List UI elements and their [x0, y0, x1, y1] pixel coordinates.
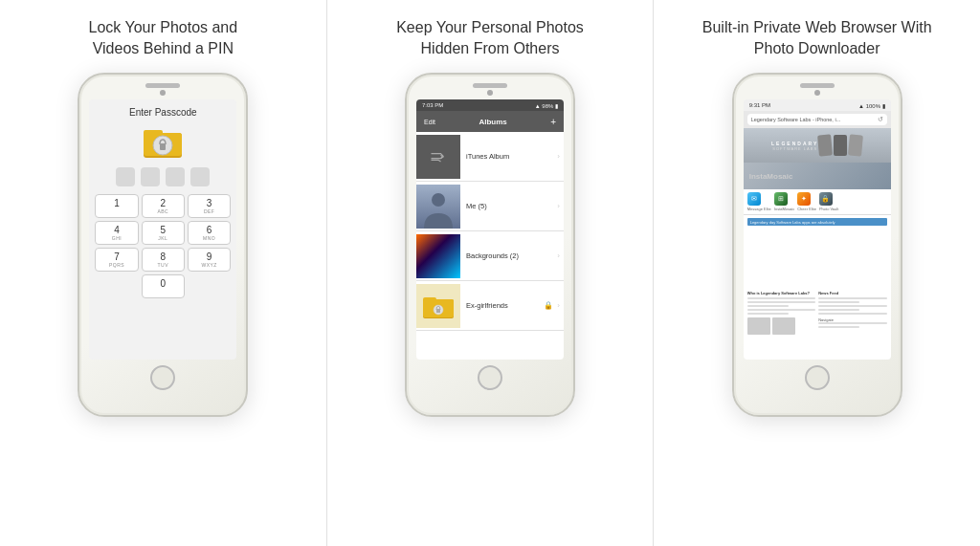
legendary-logo: LEGENDARY SOFTWARE LABS: [771, 141, 818, 151]
key-7[interactable]: 7PQRS: [95, 248, 138, 272]
album-thumb-ex: [416, 284, 460, 328]
album-thumb-shuffle: [416, 135, 460, 179]
dot-1: [116, 167, 135, 186]
phone-shell-1: Enter Passcode: [78, 73, 248, 417]
app-icon-cheer[interactable]: ✦ Cheer Elite: [797, 192, 816, 211]
news-line-3: [818, 305, 887, 307]
album-name-backgrounds: Backgrounds (2): [460, 251, 557, 260]
album-item-ex[interactable]: Ex-girlfriends 🔒 ›: [416, 281, 564, 331]
who-heading: Who is Legendary Software Labs?: [747, 291, 816, 295]
album-item-backgrounds[interactable]: Backgrounds (2) ›: [416, 231, 564, 281]
news-line-4: [818, 309, 859, 311]
nav-add-button[interactable]: +: [550, 117, 556, 127]
passcode-title: Enter Passcode: [129, 107, 197, 118]
album-item-itunes[interactable]: iTunes Album ›: [416, 132, 564, 182]
browser-heading-text: Legendary day Software Labs apps are abs…: [750, 220, 835, 225]
key-1[interactable]: 1: [95, 194, 138, 218]
album-name-me: Me (5): [460, 202, 557, 210]
browser-status-battery: ▲ 100% ▮: [858, 102, 885, 109]
nav-line-1: [818, 322, 887, 324]
panel3-title: Built-in Private Web Browser With Photo …: [702, 17, 932, 59]
keypad: 1 2ABC 3DEF 4GHI 5JKL 6MNO 7PQRS 8TUV 9W…: [95, 194, 231, 298]
nav-edit-button[interactable]: Edit: [424, 119, 435, 125]
nav-title: Albums: [479, 118, 506, 126]
passcode-screen: Enter Passcode: [89, 99, 236, 360]
legendary-title: LEGENDARY: [771, 141, 818, 146]
text-line-1: [747, 297, 816, 299]
phone-screen-2: 7:03 PM ▲ 98% ▮ Edit Albums +: [416, 99, 564, 360]
panel2-title: Keep Your Personal Photos Hidden From Ot…: [396, 17, 584, 59]
phone-camera-1: [160, 90, 166, 96]
phone-camera-3: [814, 90, 820, 96]
album-name-itunes: iTunes Album: [460, 152, 557, 161]
chevron-icon-me: ›: [557, 202, 564, 210]
browser-url-text: Legendary Software Labs - iPhone, i...: [751, 117, 876, 122]
browser-reload-button[interactable]: ↺: [878, 116, 883, 123]
key-3[interactable]: 3DEF: [188, 194, 231, 218]
album-thumb-me: [416, 185, 460, 229]
phone-speaker-3: [800, 83, 835, 88]
phone-images: [818, 135, 862, 156]
phone-camera-2: [487, 90, 493, 96]
text-line-3: [747, 305, 789, 307]
key-5[interactable]: 5JKL: [142, 221, 185, 245]
app-icons-row: ✉ Message Elite ⊞ InstaMosaic: [744, 189, 891, 215]
news-line-5: [818, 313, 887, 315]
text-line-5: [747, 313, 789, 315]
phone-shell-2: 7:03 PM ▲ 98% ▮ Edit Albums +: [405, 73, 575, 417]
album-thumb-backgrounds: [416, 234, 460, 278]
news-line-2: [818, 301, 859, 303]
browser-text-cols: Who is Legendary Software Labs?: [744, 291, 891, 360]
browser-col-right: News Feed Navigate: [818, 291, 887, 360]
key-9[interactable]: 9WXYZ: [188, 248, 231, 272]
phone-home-button-3[interactable]: [805, 365, 830, 390]
browser-content-area: LEGENDARY SOFTWARE LABS: [744, 128, 891, 360]
browser-url-bar[interactable]: Legendary Software Labs - iPhone, i... ↺: [747, 114, 887, 125]
app-icon-photovault[interactable]: 🔒 Photo Vault: [819, 192, 838, 211]
albums-screen: 7:03 PM ▲ 98% ▮ Edit Albums +: [416, 99, 564, 360]
ios-nav-bar: Edit Albums +: [416, 111, 564, 132]
legendary-header: LEGENDARY SOFTWARE LABS: [744, 128, 891, 163]
chevron-icon-itunes: ›: [557, 152, 564, 161]
app-icon-messages[interactable]: ✉ Message Elite: [747, 192, 771, 211]
key-8[interactable]: 8TUV: [142, 248, 185, 272]
phone-screen-1: Enter Passcode: [89, 99, 236, 360]
mini-phone-2: [834, 135, 847, 156]
status-battery-2: ▲ 98% ▮: [535, 102, 558, 109]
phone-speaker-1: [145, 83, 180, 88]
svg-point-7: [432, 193, 445, 207]
phone-home-button-1[interactable]: [150, 365, 175, 390]
browser-status-bar: 9:31 PM ▲ 100% ▮: [744, 99, 891, 111]
browser-thumb-1: [747, 317, 770, 335]
app-icon-instamosaic[interactable]: ⊞ InstaMosaic: [774, 192, 794, 211]
news-feed-heading: News Feed: [818, 291, 887, 295]
dot-3: [166, 167, 185, 186]
lock-folder-icon: [142, 123, 184, 160]
svg-rect-4: [160, 143, 166, 150]
browser-thumb-2: [772, 317, 795, 335]
status-time-2: 7:03 PM: [422, 102, 443, 108]
news-line-1: [818, 297, 887, 299]
key-6[interactable]: 6MNO: [188, 221, 231, 245]
instamosaic-banner: InstaMosaic: [744, 163, 891, 189]
svg-rect-12: [436, 309, 440, 313]
album-item-me[interactable]: Me (5) ›: [416, 182, 564, 231]
passcode-dots: [116, 167, 210, 186]
app-label-messages: Message Elite: [747, 207, 771, 211]
lock-icon: 🔒: [544, 301, 557, 310]
key-2[interactable]: 2ABC: [142, 194, 185, 218]
app-label-photovault: Photo Vault: [819, 207, 838, 211]
phone-speaker-2: [473, 83, 507, 88]
key-empty-right: [188, 274, 231, 298]
navigate-label: Navigate: [818, 317, 887, 322]
browser-thumbnail-row: [747, 317, 816, 335]
phone-home-button-2[interactable]: [478, 365, 502, 390]
browser-screen: 9:31 PM ▲ 100% ▮ Legendary Software Labs…: [744, 99, 891, 360]
nav-line-2: [818, 326, 859, 328]
app-label-instamosaic: InstaMosaic: [774, 207, 794, 211]
text-line-4: [747, 309, 816, 311]
key-0[interactable]: 0: [142, 274, 185, 298]
panel-browser: Built-in Private Web Browser With Photo …: [654, 0, 980, 546]
browser-col-left: Who is Legendary Software Labs?: [747, 291, 816, 360]
key-4[interactable]: 4GHI: [95, 221, 138, 245]
